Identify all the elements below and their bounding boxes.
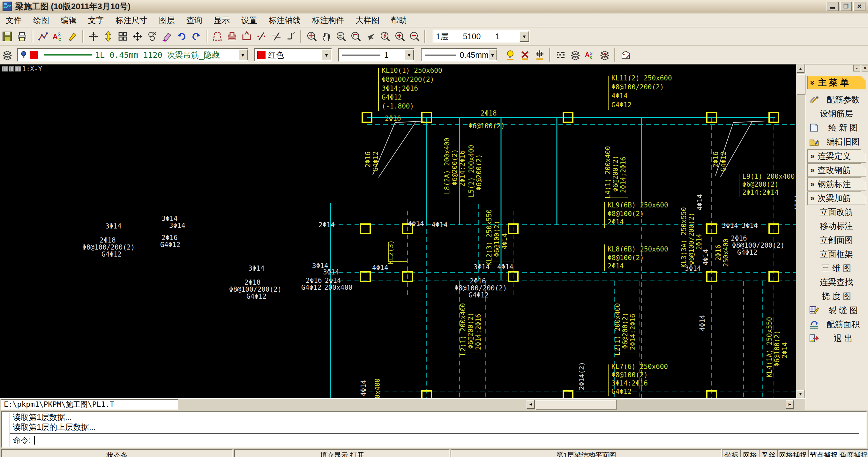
- menu-item[interactable]: 标注构件: [306, 14, 350, 27]
- toggle-node-snap[interactable]: 节点捕捉: [808, 449, 839, 457]
- scroll-up-button[interactable]: ▲: [797, 64, 805, 73]
- floor-dropdown-arrow[interactable]: ▼: [520, 31, 529, 42]
- sidebar-item-deflection-view[interactable]: 挠 度 图: [807, 290, 865, 303]
- command-grip[interactable]: [8, 413, 9, 447]
- vertical-scroll-thumb[interactable]: [797, 74, 806, 95]
- toggle-grid[interactable]: 网格: [740, 449, 760, 457]
- menu-item[interactable]: 显示: [208, 14, 236, 27]
- horizontal-scroll-thumb[interactable]: [535, 400, 617, 410]
- break2-button[interactable]: [269, 29, 283, 44]
- array-button[interactable]: [116, 29, 130, 44]
- layer-dropdown-arrow[interactable]: ▼: [238, 50, 248, 60]
- pencil-button[interactable]: [65, 29, 80, 44]
- menu-item[interactable]: 标注尺寸: [110, 14, 153, 27]
- sidebar-item-move-label[interactable]: 移动标注: [807, 219, 865, 232]
- break1-button[interactable]: [254, 29, 269, 44]
- toggle-angle-snap[interactable]: 角度捕捉: [839, 449, 868, 457]
- zoomout-button[interactable]: [407, 29, 422, 44]
- linetype-dropdown-arrow[interactable]: ▼: [404, 50, 414, 60]
- sidebar-item-edit-old[interactable]: 编辑旧图: [807, 135, 865, 148]
- toggle-crosshair[interactable]: 叉丝: [759, 449, 778, 457]
- node-button[interactable]: [86, 29, 101, 44]
- sidebar-item-coupling-beam-find[interactable]: 连梁查找: [807, 276, 865, 288]
- bulb-button[interactable]: [503, 47, 518, 63]
- layermgr-button[interactable]: [0, 47, 15, 63]
- sidebar-item-section-view[interactable]: 立剖面图: [807, 234, 865, 246]
- corner-button[interactable]: [283, 29, 298, 44]
- minimize-button[interactable]: [827, 2, 839, 11]
- layers2-button[interactable]: [568, 47, 583, 63]
- undo-button[interactable]: [174, 29, 189, 44]
- sidebar-item-exit[interactable]: 退 出: [807, 332, 865, 345]
- sidebar-item-set-rebar-floor[interactable]: 设钢筋层: [807, 107, 865, 120]
- color-dropdown-arrow[interactable]: ▼: [322, 50, 331, 60]
- menu-item[interactable]: 查询: [181, 14, 208, 27]
- sidebar-item-rebar-label[interactable]: »钢筋标注: [807, 177, 866, 191]
- layersq-button[interactable]: ?: [597, 47, 612, 63]
- polyline-button[interactable]: [36, 29, 51, 44]
- tag-button[interactable]: [618, 47, 633, 63]
- close-button[interactable]: ✕: [853, 2, 865, 11]
- abc2-button[interactable]: A3c: [583, 47, 597, 63]
- zoomin-button[interactable]: [393, 29, 407, 44]
- sidebar-item-secondary-beam-rebar[interactable]: »次梁加筋: [807, 191, 866, 205]
- linetype-combo[interactable]: 1 ▼: [338, 48, 414, 62]
- vertical-scrollbar[interactable]: ▲ ▼: [796, 64, 805, 398]
- print-button[interactable]: [15, 29, 29, 44]
- toggle-coords[interactable]: 坐标: [722, 449, 741, 457]
- file-path-tab[interactable]: E:\pkpm1\PKPM\施工图\PL1.T: [1, 399, 178, 410]
- sidebar-item-rebar-params[interactable]: 配筋参数: [807, 93, 865, 106]
- color-combo[interactable]: 红色 ▼: [254, 48, 332, 62]
- stamp-button[interactable]: [225, 29, 239, 44]
- target-button[interactable]: [532, 47, 547, 63]
- menu-item[interactable]: 帮助: [385, 14, 413, 27]
- sidebar-item-draw-new[interactable]: 绘 新 图: [807, 121, 865, 134]
- drawing-canvas[interactable]: 1:X-Y KL10(1) 250x600Φ8@100/200(2)3Φ14;2…: [0, 64, 796, 398]
- floor-selector[interactable]: 1层 5100 1 ▼: [433, 30, 530, 43]
- sidebar-item-crack-view[interactable]: 裂 缝 图: [807, 304, 865, 316]
- stretch-button[interactable]: [101, 29, 116, 44]
- scroll-right-button[interactable]: ►: [786, 400, 794, 409]
- sidebar-item-coupling-beam-define[interactable]: »连梁定义: [807, 149, 866, 163]
- rotcopy-button[interactable]: [145, 29, 160, 44]
- menu-item[interactable]: 设置: [236, 14, 263, 27]
- maximize-button[interactable]: ❐: [840, 2, 852, 11]
- sidebar-item-elevation-modify[interactable]: 立面改筋: [807, 206, 865, 218]
- menu-item[interactable]: 图层: [153, 14, 181, 27]
- menu-item[interactable]: 绘图: [27, 14, 55, 27]
- textstyle-button[interactable]: A3c: [51, 29, 65, 44]
- linewidth-dropdown-arrow[interactable]: ▼: [489, 50, 497, 60]
- move-button[interactable]: [130, 29, 145, 44]
- menu-item[interactable]: 文件: [0, 14, 27, 27]
- zoompan-button[interactable]: [304, 29, 319, 44]
- pagesetup-button[interactable]: [210, 29, 225, 44]
- erase-button[interactable]: [160, 29, 174, 44]
- menu-item[interactable]: 编辑: [55, 14, 82, 27]
- main-menu-button[interactable]: » 主 菜 单: [807, 76, 866, 89]
- dashes-button[interactable]: [553, 47, 568, 63]
- sidebar-item-rebar-area[interactable]: 配筋面积: [807, 318, 865, 331]
- menu-item[interactable]: 标注轴线: [263, 14, 306, 27]
- menu-item[interactable]: 文字: [82, 14, 110, 27]
- sidebar-item-modify-rebar[interactable]: »查改钢筋: [807, 163, 866, 177]
- layer-combo[interactable]: 1L 0.45mm 1120 次梁吊筋_隐藏 ▼: [17, 48, 248, 62]
- fullview-button[interactable]: [363, 29, 378, 44]
- horizontal-scrollbar[interactable]: ◄ ►: [527, 400, 794, 410]
- toggle-grid-snap[interactable]: 网格捕捉: [777, 449, 809, 457]
- scroll-down-button[interactable]: ▼: [797, 390, 805, 398]
- command-input[interactable]: 命令:: [13, 435, 866, 446]
- save-button[interactable]: [0, 29, 15, 44]
- scroll-left-button[interactable]: ◄: [527, 400, 535, 409]
- view-tab[interactable]: 1:X-Y: [2, 65, 42, 73]
- close-panel-button[interactable]: ✕: [862, 65, 868, 71]
- sidebar-item-3d-view[interactable]: 三 维 图: [807, 262, 865, 274]
- menu-item[interactable]: 大样图: [350, 14, 385, 27]
- hand-button[interactable]: [319, 29, 334, 44]
- zoomwin-button[interactable]: [348, 29, 363, 44]
- delx-button[interactable]: [518, 47, 532, 63]
- redo-button[interactable]: [189, 29, 204, 44]
- clipbox-button[interactable]: [239, 29, 254, 44]
- zoomprev-button[interactable]: [378, 29, 393, 44]
- sidebar-item-elevation-frame[interactable]: 立面框架: [807, 248, 865, 261]
- linewidth-combo[interactable]: 0.45mm ▼: [421, 48, 497, 62]
